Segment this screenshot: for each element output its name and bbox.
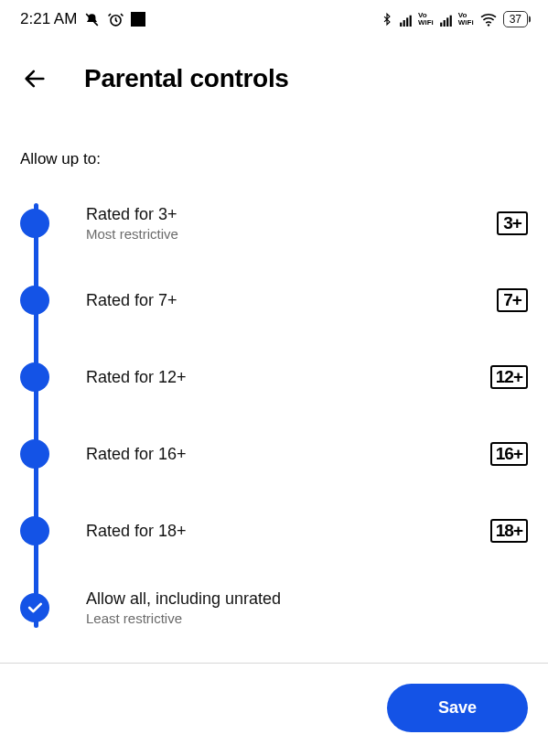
signal-1-icon: VoWiFi: [399, 12, 434, 27]
page-title: Parental controls: [84, 64, 289, 93]
rating-text: Rated for 18+: [86, 522, 490, 541]
footer: Save: [0, 664, 548, 752]
mute-icon: [83, 11, 101, 28]
rating-text: Allow all, including unrated Least restr…: [86, 589, 528, 626]
back-icon[interactable]: [22, 66, 48, 92]
rating-badge-18: 18+: [490, 519, 528, 543]
rating-option-all[interactable]: Allow all, including unrated Least restr…: [20, 569, 528, 646]
clock-time: 2:21 AM: [20, 10, 77, 28]
rating-dot-selected: [20, 593, 49, 622]
check-icon: [26, 599, 44, 617]
rating-title: Rated for 7+: [86, 291, 497, 310]
rating-title: Rated for 12+: [86, 368, 490, 387]
options-list: Rated for 3+ Most restrictive 3+ Rated f…: [0, 185, 548, 646]
svg-rect-1: [400, 23, 402, 27]
svg-rect-4: [410, 16, 412, 27]
svg-rect-3: [406, 17, 408, 27]
rating-title: Rated for 16+: [86, 445, 490, 464]
rating-text: Rated for 3+ Most restrictive: [86, 205, 497, 242]
rating-sub: Most restrictive: [86, 226, 497, 242]
svg-rect-8: [449, 16, 451, 27]
rating-text: Rated for 7+: [86, 291, 497, 310]
rating-dot: [20, 286, 49, 315]
save-button[interactable]: Save: [387, 684, 528, 732]
signal-2-icon: VoWiFi: [439, 12, 474, 27]
rating-badge-3: 3+: [497, 211, 528, 235]
rating-option-12plus[interactable]: Rated for 12+ 12+: [20, 339, 528, 416]
rating-text: Rated for 16+: [86, 445, 490, 464]
rating-text: Rated for 12+: [86, 368, 490, 387]
svg-point-9: [487, 24, 489, 26]
rating-dot: [20, 362, 49, 392]
svg-rect-7: [446, 17, 448, 27]
rating-title: Rated for 3+: [86, 205, 497, 224]
vowifi-label-2: VoWiFi: [458, 12, 474, 27]
rating-option-18plus[interactable]: Rated for 18+ 18+: [20, 492, 528, 569]
rating-dot: [20, 516, 49, 545]
svg-rect-5: [440, 23, 442, 27]
svg-rect-2: [403, 20, 405, 27]
rating-title: Allow all, including unrated: [86, 589, 528, 609]
wifi-icon: [479, 12, 498, 27]
rating-option-7plus[interactable]: Rated for 7+ 7+: [20, 262, 528, 339]
rating-badge-7: 7+: [497, 288, 528, 312]
rating-sub: Least restrictive: [86, 610, 528, 626]
rating-badge-16: 16+: [490, 442, 528, 466]
status-left: 2:21 AM: [20, 10, 145, 28]
rating-option-3plus[interactable]: Rated for 3+ Most restrictive 3+: [20, 185, 528, 262]
stop-icon: [131, 12, 145, 27]
alarm-icon: [107, 11, 124, 28]
section-label: Allow up to:: [0, 108, 548, 185]
rating-title: Rated for 18+: [86, 522, 490, 541]
vowifi-label-1: VoWiFi: [418, 12, 434, 27]
rating-option-16plus[interactable]: Rated for 16+ 16+: [20, 416, 528, 492]
battery-indicator: 37: [503, 11, 528, 27]
svg-rect-6: [443, 20, 445, 27]
rating-dot: [20, 439, 49, 469]
rating-badge-12: 12+: [490, 365, 528, 389]
header: Parental controls: [0, 35, 548, 108]
rating-dot: [20, 209, 49, 238]
status-bar: 2:21 AM VoWiFi VoWiFi 37: [0, 0, 548, 35]
status-right: VoWiFi VoWiFi 37: [381, 11, 528, 27]
bluetooth-icon: [381, 11, 393, 27]
